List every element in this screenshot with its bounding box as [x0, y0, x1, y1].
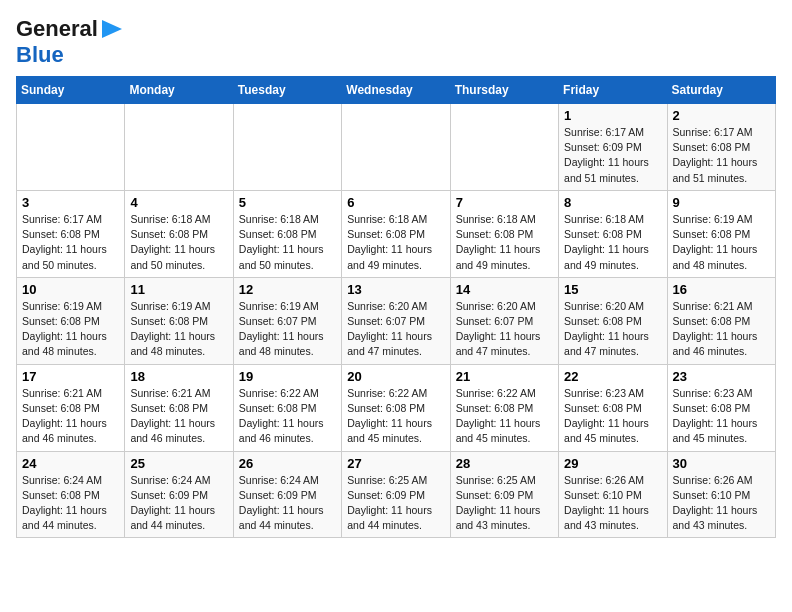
calendar-day-17: 17Sunrise: 6:21 AMSunset: 6:08 PMDayligh… — [17, 364, 125, 451]
day-number: 1 — [564, 108, 661, 123]
day-info: Sunrise: 6:26 AMSunset: 6:10 PMDaylight:… — [564, 473, 661, 534]
calendar-day-empty — [233, 104, 341, 191]
day-info: Sunrise: 6:26 AMSunset: 6:10 PMDaylight:… — [673, 473, 770, 534]
day-number: 26 — [239, 456, 336, 471]
day-number: 3 — [22, 195, 119, 210]
calendar-day-14: 14Sunrise: 6:20 AMSunset: 6:07 PMDayligh… — [450, 277, 558, 364]
calendar-day-20: 20Sunrise: 6:22 AMSunset: 6:08 PMDayligh… — [342, 364, 450, 451]
calendar-day-15: 15Sunrise: 6:20 AMSunset: 6:08 PMDayligh… — [559, 277, 667, 364]
day-info: Sunrise: 6:19 AMSunset: 6:08 PMDaylight:… — [130, 299, 227, 360]
day-number: 9 — [673, 195, 770, 210]
calendar-day-1: 1Sunrise: 6:17 AMSunset: 6:09 PMDaylight… — [559, 104, 667, 191]
weekday-header-wednesday: Wednesday — [342, 77, 450, 104]
page-header: General Blue — [16, 16, 776, 68]
calendar-day-12: 12Sunrise: 6:19 AMSunset: 6:07 PMDayligh… — [233, 277, 341, 364]
day-number: 12 — [239, 282, 336, 297]
day-info: Sunrise: 6:24 AMSunset: 6:08 PMDaylight:… — [22, 473, 119, 534]
calendar-day-26: 26Sunrise: 6:24 AMSunset: 6:09 PMDayligh… — [233, 451, 341, 538]
weekday-header-row: SundayMondayTuesdayWednesdayThursdayFrid… — [17, 77, 776, 104]
day-number: 25 — [130, 456, 227, 471]
calendar-day-empty — [342, 104, 450, 191]
day-number: 19 — [239, 369, 336, 384]
day-info: Sunrise: 6:18 AMSunset: 6:08 PMDaylight:… — [564, 212, 661, 273]
day-info: Sunrise: 6:22 AMSunset: 6:08 PMDaylight:… — [347, 386, 444, 447]
day-number: 14 — [456, 282, 553, 297]
day-number: 21 — [456, 369, 553, 384]
day-number: 4 — [130, 195, 227, 210]
calendar-day-29: 29Sunrise: 6:26 AMSunset: 6:10 PMDayligh… — [559, 451, 667, 538]
logo-general: General — [16, 16, 98, 42]
day-number: 30 — [673, 456, 770, 471]
calendar-day-empty — [125, 104, 233, 191]
calendar-day-2: 2Sunrise: 6:17 AMSunset: 6:08 PMDaylight… — [667, 104, 775, 191]
day-info: Sunrise: 6:18 AMSunset: 6:08 PMDaylight:… — [239, 212, 336, 273]
calendar-day-empty — [450, 104, 558, 191]
day-info: Sunrise: 6:18 AMSunset: 6:08 PMDaylight:… — [456, 212, 553, 273]
day-number: 11 — [130, 282, 227, 297]
calendar-day-21: 21Sunrise: 6:22 AMSunset: 6:08 PMDayligh… — [450, 364, 558, 451]
day-info: Sunrise: 6:19 AMSunset: 6:08 PMDaylight:… — [673, 212, 770, 273]
day-info: Sunrise: 6:21 AMSunset: 6:08 PMDaylight:… — [130, 386, 227, 447]
day-info: Sunrise: 6:24 AMSunset: 6:09 PMDaylight:… — [239, 473, 336, 534]
day-number: 18 — [130, 369, 227, 384]
day-number: 16 — [673, 282, 770, 297]
calendar-table: SundayMondayTuesdayWednesdayThursdayFrid… — [16, 76, 776, 538]
weekday-header-tuesday: Tuesday — [233, 77, 341, 104]
calendar-day-9: 9Sunrise: 6:19 AMSunset: 6:08 PMDaylight… — [667, 190, 775, 277]
calendar-week-row: 3Sunrise: 6:17 AMSunset: 6:08 PMDaylight… — [17, 190, 776, 277]
day-number: 13 — [347, 282, 444, 297]
calendar-week-row: 17Sunrise: 6:21 AMSunset: 6:08 PMDayligh… — [17, 364, 776, 451]
calendar-day-22: 22Sunrise: 6:23 AMSunset: 6:08 PMDayligh… — [559, 364, 667, 451]
calendar-day-4: 4Sunrise: 6:18 AMSunset: 6:08 PMDaylight… — [125, 190, 233, 277]
weekday-header-saturday: Saturday — [667, 77, 775, 104]
calendar-day-8: 8Sunrise: 6:18 AMSunset: 6:08 PMDaylight… — [559, 190, 667, 277]
day-number: 28 — [456, 456, 553, 471]
day-info: Sunrise: 6:25 AMSunset: 6:09 PMDaylight:… — [347, 473, 444, 534]
svg-marker-0 — [102, 20, 122, 38]
day-number: 24 — [22, 456, 119, 471]
day-info: Sunrise: 6:24 AMSunset: 6:09 PMDaylight:… — [130, 473, 227, 534]
calendar-day-16: 16Sunrise: 6:21 AMSunset: 6:08 PMDayligh… — [667, 277, 775, 364]
calendar-day-6: 6Sunrise: 6:18 AMSunset: 6:08 PMDaylight… — [342, 190, 450, 277]
day-number: 5 — [239, 195, 336, 210]
day-info: Sunrise: 6:20 AMSunset: 6:07 PMDaylight:… — [347, 299, 444, 360]
calendar-day-23: 23Sunrise: 6:23 AMSunset: 6:08 PMDayligh… — [667, 364, 775, 451]
day-info: Sunrise: 6:18 AMSunset: 6:08 PMDaylight:… — [347, 212, 444, 273]
day-info: Sunrise: 6:19 AMSunset: 6:08 PMDaylight:… — [22, 299, 119, 360]
day-number: 2 — [673, 108, 770, 123]
day-info: Sunrise: 6:20 AMSunset: 6:08 PMDaylight:… — [564, 299, 661, 360]
day-info: Sunrise: 6:25 AMSunset: 6:09 PMDaylight:… — [456, 473, 553, 534]
day-info: Sunrise: 6:19 AMSunset: 6:07 PMDaylight:… — [239, 299, 336, 360]
day-number: 7 — [456, 195, 553, 210]
day-info: Sunrise: 6:17 AMSunset: 6:09 PMDaylight:… — [564, 125, 661, 186]
day-number: 8 — [564, 195, 661, 210]
calendar-day-empty — [17, 104, 125, 191]
calendar-day-28: 28Sunrise: 6:25 AMSunset: 6:09 PMDayligh… — [450, 451, 558, 538]
day-info: Sunrise: 6:20 AMSunset: 6:07 PMDaylight:… — [456, 299, 553, 360]
logo-blue: Blue — [16, 42, 64, 67]
day-number: 10 — [22, 282, 119, 297]
calendar-week-row: 1Sunrise: 6:17 AMSunset: 6:09 PMDaylight… — [17, 104, 776, 191]
weekday-header-monday: Monday — [125, 77, 233, 104]
day-number: 23 — [673, 369, 770, 384]
calendar-day-11: 11Sunrise: 6:19 AMSunset: 6:08 PMDayligh… — [125, 277, 233, 364]
day-info: Sunrise: 6:22 AMSunset: 6:08 PMDaylight:… — [456, 386, 553, 447]
calendar-day-18: 18Sunrise: 6:21 AMSunset: 6:08 PMDayligh… — [125, 364, 233, 451]
calendar-day-27: 27Sunrise: 6:25 AMSunset: 6:09 PMDayligh… — [342, 451, 450, 538]
calendar-day-19: 19Sunrise: 6:22 AMSunset: 6:08 PMDayligh… — [233, 364, 341, 451]
calendar-day-25: 25Sunrise: 6:24 AMSunset: 6:09 PMDayligh… — [125, 451, 233, 538]
weekday-header-friday: Friday — [559, 77, 667, 104]
day-info: Sunrise: 6:17 AMSunset: 6:08 PMDaylight:… — [22, 212, 119, 273]
calendar-week-row: 10Sunrise: 6:19 AMSunset: 6:08 PMDayligh… — [17, 277, 776, 364]
weekday-header-thursday: Thursday — [450, 77, 558, 104]
day-info: Sunrise: 6:23 AMSunset: 6:08 PMDaylight:… — [564, 386, 661, 447]
calendar-day-24: 24Sunrise: 6:24 AMSunset: 6:08 PMDayligh… — [17, 451, 125, 538]
calendar-day-30: 30Sunrise: 6:26 AMSunset: 6:10 PMDayligh… — [667, 451, 775, 538]
day-number: 17 — [22, 369, 119, 384]
day-number: 29 — [564, 456, 661, 471]
day-number: 6 — [347, 195, 444, 210]
day-info: Sunrise: 6:18 AMSunset: 6:08 PMDaylight:… — [130, 212, 227, 273]
day-number: 27 — [347, 456, 444, 471]
calendar-day-7: 7Sunrise: 6:18 AMSunset: 6:08 PMDaylight… — [450, 190, 558, 277]
day-info: Sunrise: 6:17 AMSunset: 6:08 PMDaylight:… — [673, 125, 770, 186]
